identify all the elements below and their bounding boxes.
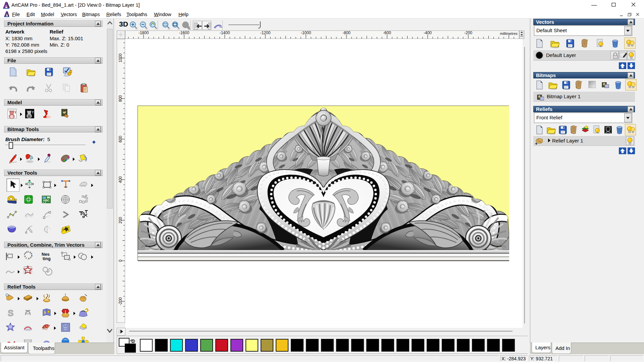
- svg-text:-200: -200: [118, 297, 123, 305]
- svg-text:u: u: [28, 257, 30, 259]
- svg-text:x: x: [26, 251, 28, 253]
- svg-text:T: T: [32, 111, 34, 114]
- svg-text:T: T: [14, 111, 16, 114]
- svg-text:800: 800: [118, 95, 123, 102]
- svg-text:S: S: [8, 308, 13, 318]
- svg-text:t: t: [28, 251, 29, 253]
- svg-text:400: 400: [118, 176, 123, 183]
- svg-text:-800: -800: [342, 31, 351, 35]
- svg-text:r: r: [26, 257, 27, 259]
- svg-text:1000: 1000: [118, 53, 123, 62]
- svg-text:-1200: -1200: [260, 31, 271, 35]
- svg-text:millimetres: millimetres: [500, 32, 518, 36]
- svg-text:ABC: ABC: [43, 199, 50, 202]
- svg-text:b: b: [44, 310, 46, 314]
- svg-text:-200: -200: [464, 31, 472, 35]
- svg-text:c: c: [30, 256, 32, 258]
- svg-text:-1400: -1400: [220, 31, 230, 35]
- svg-text:200: 200: [118, 217, 123, 224]
- svg-text:600: 600: [118, 136, 123, 142]
- svg-text:-400: -400: [424, 31, 432, 35]
- svg-text:-1800: -1800: [139, 31, 149, 35]
- svg-text:+: +: [535, 141, 538, 145]
- svg-text:-1600: -1600: [179, 31, 190, 35]
- svg-text:0: 0: [118, 259, 123, 262]
- svg-text:-1000: -1000: [301, 31, 311, 35]
- svg-text:v: v: [24, 255, 26, 257]
- svg-text:-600: -600: [383, 31, 391, 35]
- svg-text:ting: ting: [43, 256, 51, 261]
